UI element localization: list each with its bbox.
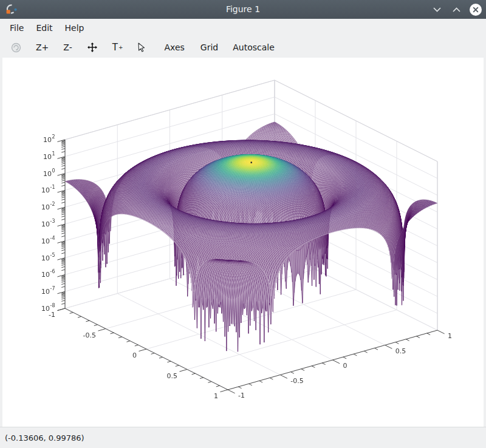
- titlebar[interactable]: Figure 1: [0, 0, 486, 19]
- text-tool-button[interactable]: T+: [108, 39, 128, 55]
- toolbar: Z+ Z- T+ Axes Grid Autoscale: [0, 37, 486, 58]
- close-icon: [469, 3, 482, 16]
- rotate-tool-button[interactable]: [6, 40, 26, 55]
- menu-help[interactable]: Help: [59, 21, 91, 35]
- menu-file[interactable]: File: [4, 21, 30, 35]
- pan-tool-button[interactable]: [82, 39, 103, 55]
- chevron-down-icon: [433, 7, 441, 12]
- cursor-coordinates: (-0.13606, 0.99786): [5, 433, 84, 443]
- close-button[interactable]: [469, 3, 482, 16]
- text-tool-plus: +: [118, 44, 123, 50]
- menubar: File Edit Help: [0, 19, 486, 37]
- text-tool-label: T: [112, 42, 118, 53]
- chevron-up-icon: [453, 7, 460, 12]
- window-title: Figure 1: [0, 0, 486, 19]
- surface-plot-canvas[interactable]: [4, 58, 482, 427]
- statusbar: (-0.13606, 0.99786): [0, 427, 486, 448]
- maximize-button[interactable]: [450, 3, 463, 16]
- minimize-button[interactable]: [430, 3, 443, 16]
- cursor-icon: [137, 42, 146, 52]
- autoscale-button[interactable]: Autoscale: [228, 40, 279, 55]
- zoom-out-button[interactable]: Z-: [58, 40, 77, 55]
- axes-button[interactable]: Axes: [159, 40, 189, 55]
- pan-icon: [87, 42, 98, 53]
- zoom-in-button[interactable]: Z+: [31, 40, 53, 55]
- menu-edit[interactable]: Edit: [30, 21, 58, 35]
- grid-button[interactable]: Grid: [196, 40, 223, 55]
- select-tool-button[interactable]: [132, 40, 151, 55]
- rotate-icon: [11, 42, 21, 53]
